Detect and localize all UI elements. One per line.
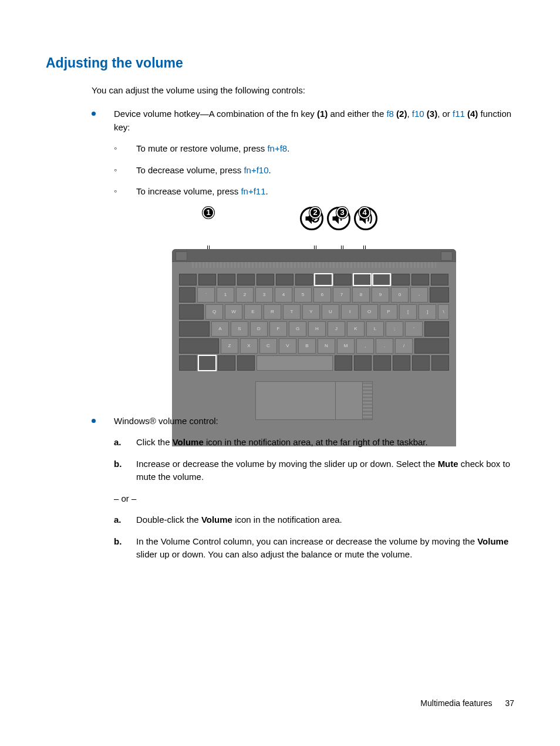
text-fragment: slider up or down. You can also adjust t…: [136, 549, 412, 559]
hotkey-fn-f8: fn+f8: [267, 143, 287, 153]
keyboard-row-fn: [179, 274, 449, 285]
callout-ref-3: (3): [424, 109, 438, 119]
keyboard-row-asdf: A S D F G H J K L ; ': [179, 321, 449, 337]
section-heading: Adjusting the volume: [46, 53, 514, 73]
key-f8: [315, 274, 332, 285]
text-fragment: .: [269, 165, 271, 175]
key-ref-f10: f10: [412, 109, 424, 119]
text-fragment: Increase or decrease the volume by movin…: [136, 459, 438, 469]
sub-decrease: To decrease volume, press fn+f10.: [114, 164, 514, 177]
key-fn: [198, 355, 216, 371]
keyboard-row-zxcv: Z X C V B N M , . /: [179, 338, 449, 354]
bold-volume: Volume: [201, 515, 232, 525]
page-footer: Multimedia features 37: [420, 697, 514, 710]
hotkey-fn-f10: fn+f10: [244, 165, 268, 175]
text-fragment: In the Volume Control column, you can in…: [136, 536, 477, 546]
callout-badge-1: 1: [203, 207, 214, 219]
callout-ref-1: (1): [317, 109, 328, 119]
text-fragment: icon in the notification area.: [232, 515, 342, 525]
callout-badge-3: 3: [336, 207, 348, 219]
callout-badge-2: 2: [309, 207, 321, 219]
step-1a: Click the Volume icon in the notificatio…: [114, 436, 514, 449]
sub-mute: To mute or restore volume, press fn+f8.: [114, 142, 514, 156]
text-fragment: icon in the notification area, at the fa…: [204, 437, 428, 447]
or-separator: – or –: [114, 492, 514, 506]
intro-text: You can adjust the volume using the foll…: [92, 84, 514, 98]
text-fragment: To mute or restore volume, press: [136, 143, 267, 153]
keyboard-row-qwerty: Q W E R T Y U I O P [ ] \: [179, 304, 449, 320]
text-fragment: Click the: [136, 437, 173, 447]
text-fragment: , or: [437, 109, 453, 119]
text-fragment: Double-click the: [136, 515, 201, 525]
callout-ref-2: (2): [394, 109, 407, 119]
step-2a: Double-click the Volume icon in the noti…: [114, 513, 514, 527]
text-fragment: and either the: [328, 109, 386, 119]
keyboard-row-num: ` 1 2 3 4 5 6 7 8 9 0 -: [179, 287, 449, 303]
sub-increase: To increase volume, press fn+f11.: [114, 185, 514, 199]
step-2b: In the Volume Control column, you can in…: [114, 535, 514, 562]
callout-badge-4: 4: [359, 207, 370, 219]
key-f11: [373, 274, 390, 285]
bold-volume: Volume: [477, 536, 508, 546]
bold-volume: Volume: [173, 437, 204, 447]
hotkey-fn-f11: fn+f11: [241, 186, 265, 196]
key-ref-f11: f11: [453, 109, 465, 119]
text-fragment: .: [266, 186, 268, 196]
text-fragment: To increase volume, press: [136, 186, 241, 196]
step-1b: Increase or decrease the volume by movin…: [114, 458, 514, 484]
bullet-device-hotkey: Device volume hotkey—A combination of th…: [92, 107, 514, 404]
key-ref-f8: f8: [386, 109, 394, 119]
bullet-windows-volume: Windows® volume control: Click the Volum…: [92, 415, 514, 562]
footer-section-label: Multimedia features: [420, 698, 492, 708]
key-f10: [353, 274, 371, 285]
text-fragment: Device volume hotkey—A combination of th…: [114, 109, 317, 119]
bold-mute: Mute: [438, 459, 458, 469]
keyboard-row-space: [179, 355, 449, 371]
page-number: 37: [505, 698, 514, 708]
callout-ref-4: (4): [465, 109, 478, 119]
text-fragment: To decrease volume, press: [136, 165, 244, 175]
keyboard-illustration: 1 2 3 4: [172, 207, 456, 404]
text-fragment: ,: [407, 109, 411, 119]
text-fragment: .: [287, 143, 289, 153]
text-fragment: Windows® volume control:: [114, 416, 218, 426]
